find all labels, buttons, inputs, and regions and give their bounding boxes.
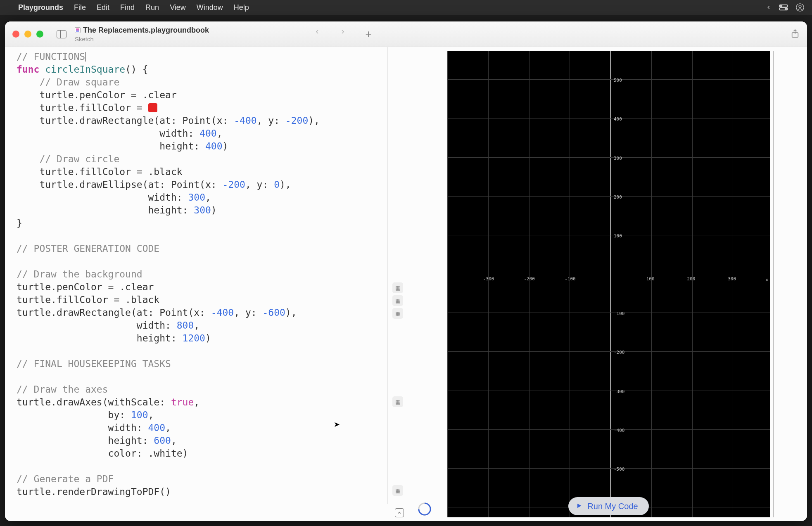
y-tick-label: -200	[614, 350, 625, 355]
grid-line	[447, 118, 770, 118]
result-indicator-icon[interactable]: ▦	[392, 485, 403, 496]
control-center-icon[interactable]	[779, 4, 788, 11]
x-tick-label: -200	[524, 276, 535, 282]
turtle-canvas: x -300-200-100100200300500400300200100-1…	[447, 51, 770, 517]
grid-line	[488, 51, 489, 517]
grid-line	[447, 351, 770, 352]
titlebar: The Replacements.playgroundbook Sketch +	[5, 21, 807, 47]
share-icon[interactable]	[791, 28, 800, 40]
menubar-status-icons	[766, 3, 805, 12]
document-subtitle: Sketch	[75, 36, 209, 43]
grid-line	[447, 391, 770, 391]
svg-point-5	[799, 5, 801, 7]
svg-point-3	[785, 8, 787, 10]
nav-back-button[interactable]	[311, 28, 323, 40]
nav-forward-button[interactable]	[337, 28, 349, 40]
x-tick-label: -100	[565, 276, 576, 282]
title-block: The Replacements.playgroundbook Sketch	[75, 26, 209, 43]
grid-line	[447, 468, 770, 469]
grid-line	[651, 51, 652, 517]
svg-point-2	[781, 5, 782, 7]
chevron-left-icon[interactable]	[766, 5, 772, 10]
y-tick-label: -300	[614, 389, 625, 394]
grid-line	[570, 51, 570, 517]
menu-file[interactable]: File	[74, 3, 86, 12]
close-button[interactable]	[12, 31, 19, 38]
code-editor[interactable]: // FUNCTIONS func circleInSquare() { // …	[5, 47, 410, 521]
document-icon	[75, 27, 81, 33]
y-tick-label: 100	[614, 233, 622, 239]
grid-line	[692, 51, 693, 517]
x-tick-label: 200	[687, 276, 696, 282]
code-footer	[5, 504, 410, 521]
x-tick-label: 300	[728, 276, 736, 282]
result-indicator-icon[interactable]: ▦	[392, 396, 403, 407]
execution-timer-icon[interactable]	[418, 502, 432, 516]
result-indicator-icon[interactable]: ▦	[392, 308, 403, 319]
y-tick-label: 200	[614, 194, 622, 200]
menu-edit[interactable]: Edit	[97, 3, 109, 12]
y-tick-label: -100	[614, 311, 625, 316]
x-axis-label: x	[765, 277, 768, 282]
y-tick-label: -400	[614, 428, 625, 433]
code-text[interactable]: // FUNCTIONS func circleInSquare() { // …	[17, 50, 410, 498]
app-menu[interactable]: Playgrounds	[18, 3, 63, 12]
color-swatch-red[interactable]	[148, 103, 157, 112]
document-title: The Replacements.playgroundbook	[83, 26, 209, 35]
menu-help[interactable]: Help	[234, 3, 249, 12]
svg-marker-9	[577, 503, 581, 508]
result-indicator-icon[interactable]: ▦	[392, 295, 403, 306]
grid-line	[447, 429, 770, 430]
result-gutter: ▦ ▦ ▦ ▦ ▦	[387, 47, 410, 521]
y-tick-label: -500	[614, 467, 625, 472]
run-button-label: Run My Code	[587, 502, 638, 511]
live-view: x -300-200-100100200300500400300200100-1…	[410, 47, 807, 521]
grid-line	[447, 235, 770, 235]
minimize-button[interactable]	[24, 31, 31, 38]
grid-line	[447, 196, 770, 197]
window-controls	[12, 31, 43, 38]
result-indicator-icon[interactable]: ▦	[392, 282, 403, 293]
add-button[interactable]: +	[362, 28, 375, 40]
menubar: Playgrounds File Edit Find Run View Wind…	[0, 0, 812, 15]
menu-run[interactable]: Run	[145, 3, 159, 12]
play-icon	[576, 502, 582, 511]
x-axis	[447, 274, 770, 274]
grid-line	[447, 313, 770, 313]
grid-line	[529, 51, 529, 517]
nav-controls: +	[311, 28, 375, 40]
grid-line	[447, 51, 448, 517]
y-tick-label: 400	[614, 116, 622, 122]
zoom-button[interactable]	[36, 31, 43, 38]
grid-line	[774, 51, 774, 517]
menu-window[interactable]: Window	[197, 3, 223, 12]
account-icon[interactable]	[795, 3, 805, 12]
y-axis	[610, 51, 611, 517]
x-tick-label: -300	[483, 276, 494, 282]
grid-line	[733, 51, 733, 517]
x-tick-label: 100	[646, 276, 655, 282]
grid-line	[447, 79, 770, 80]
sidebar-toggle-icon[interactable]	[57, 30, 66, 38]
playgrounds-window: The Replacements.playgroundbook Sketch +…	[5, 21, 807, 521]
y-tick-label: 500	[614, 78, 622, 83]
run-my-code-button[interactable]: Run My Code	[568, 497, 648, 515]
y-tick-label: 300	[614, 156, 622, 161]
menu-find[interactable]: Find	[120, 3, 135, 12]
grid-line	[447, 157, 770, 158]
menu-view[interactable]: View	[170, 3, 186, 12]
